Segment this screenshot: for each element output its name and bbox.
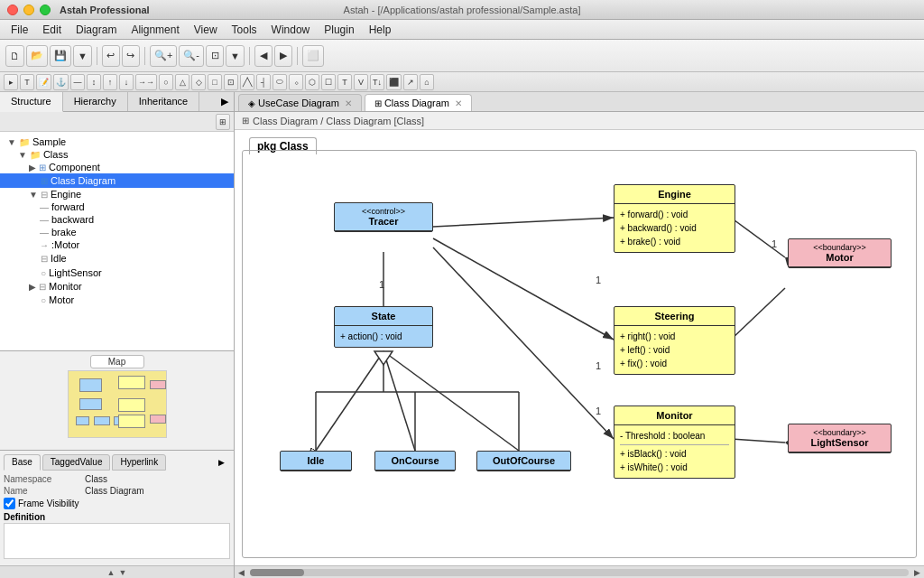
definition-textarea[interactable] [4,523,230,559]
menu-tools[interactable]: Tools [225,22,264,38]
new-button[interactable]: 🗋 [5,45,24,67]
tool14[interactable]: ┤ [256,74,271,90]
tree-item-class[interactable]: ▼ 📁 Class [0,148,234,161]
map-label[interactable]: Map [90,355,144,368]
tree-item-lightsensor[interactable]: ○ LightSensor [0,266,234,280]
tree-item-component[interactable]: ▶ ⊞ Component [0,161,234,173]
zoom-in-button[interactable]: 🔍+ [150,45,177,67]
tool9[interactable]: △ [175,74,189,90]
tab-structure[interactable]: Structure [0,92,63,112]
uml-state[interactable]: State + action() : void [334,306,433,348]
menu-plugin[interactable]: Plugin [317,22,361,38]
menu-help[interactable]: Help [362,22,399,38]
tool24[interactable]: ⌂ [420,74,434,90]
tree-item-monitor[interactable]: ▶ ⊟ Monitor [0,280,234,293]
tab-classdiagram-close[interactable]: ✕ [455,98,462,108]
menu-diagram[interactable]: Diagram [69,22,124,38]
zoom-fit-button[interactable]: ⊡ [206,45,224,67]
tool12[interactable]: ⊡ [224,74,238,90]
maximize-button[interactable] [40,5,51,15]
zoom-out-button[interactable]: 🔍- [179,45,204,67]
tree-item-engine[interactable]: ▼ ⊟ Engine [0,188,234,200]
tool6[interactable]: ↓ [119,74,134,90]
open-button[interactable]: 📂 [26,45,48,67]
uml-idle[interactable]: Idle [280,451,352,471]
undo-button[interactable]: ↩ [102,45,120,67]
uml-steering[interactable]: Steering + right() : void + left() : voi… [614,306,735,375]
tool11[interactable]: □ [208,74,222,90]
menu-window[interactable]: Window [264,22,318,38]
tree-item-motorref[interactable]: → :Motor [0,238,234,251]
tab-classdiagram-label: Class Diagram [384,98,449,108]
note-tool[interactable]: 📝 [36,74,51,90]
tab-hierarchy[interactable]: Hierarchy [63,92,128,111]
arrow-left[interactable]: ◀ [254,45,273,67]
tree-item-brake[interactable]: — brake [0,226,234,238]
menu-file[interactable]: File [4,22,35,38]
tool7[interactable]: →→ [135,74,157,90]
uml-oncourse[interactable]: OnCourse [374,451,456,471]
tab-arrow[interactable]: ▶ [216,92,234,111]
tool18[interactable]: ☐ [321,74,336,90]
tool21[interactable]: T↓ [370,74,384,90]
tool13[interactable]: ╱╲ [240,74,254,90]
uml-engine[interactable]: Engine + forward() : void + backward() :… [614,184,735,253]
prop-tab-arrow[interactable]: ▶ [213,454,230,471]
tool5[interactable]: ↑ [103,74,117,90]
uml-lightsensor[interactable]: <<boundary>> LightSensor [788,424,892,453]
save-as-button[interactable]: ▼ [73,45,92,67]
redo-button[interactable]: ↪ [122,45,140,67]
hscroll-right[interactable]: ▶ [912,568,922,577]
save-button[interactable]: 💾 [50,45,71,67]
minimize-button[interactable] [23,5,34,15]
select-tool[interactable]: ▸ [4,74,18,90]
tool16[interactable]: ⬦ [289,74,303,90]
scroll-up-arrow[interactable]: ▲ [106,568,117,577]
zoom-dropdown[interactable]: ▼ [226,45,245,67]
frame-visibility-checkbox[interactable] [4,498,15,509]
tab-usecase[interactable]: ◈ UseCase Diagram ✕ [238,94,362,111]
tool15[interactable]: ⬭ [273,74,287,90]
arrow-right[interactable]: ▶ [274,45,292,67]
tree-item-backward[interactable]: — backward [0,213,234,226]
tree-item-motor2[interactable]: ○ Motor [0,293,234,307]
uml-monitor[interactable]: Monitor - Threshold : boolean + isBlack(… [614,406,735,479]
close-button[interactable] [7,5,18,15]
scroll-down-arrow[interactable]: ▼ [117,568,129,577]
diagram-canvas[interactable]: pkg Class [235,130,924,565]
tree-item-sample[interactable]: ▼ 📁 Sample [0,135,234,148]
hscroll-left[interactable]: ◀ [236,568,246,577]
text-tool[interactable]: T [20,74,34,90]
menu-alignment[interactable]: Alignment [124,22,186,38]
tree-collapse-button[interactable]: ⊞ [216,114,230,130]
tool8[interactable]: ○ [159,74,173,90]
tab-inheritance[interactable]: Inheritance [128,92,199,111]
menu-view[interactable]: View [187,22,225,38]
uml-motor[interactable]: <<boundary>> Motor [788,238,892,268]
tree-area[interactable]: ▼ 📁 Sample ▼ 📁 Class ▶ ⊞ Component [0,132,234,350]
tab-usecase-close[interactable]: ✕ [345,98,352,108]
uml-outcourse[interactable]: OutOfCourse [476,451,571,471]
hscroll-thumb[interactable] [250,569,304,576]
diagram-scrollbar[interactable]: ◀ ▶ [235,565,924,578]
tool22[interactable]: ⬛ [386,74,402,90]
tool23[interactable]: ↗ [403,74,418,90]
tab-classdiagram[interactable]: ⊞ Class Diagram ✕ [365,94,472,111]
prop-tab-tagged[interactable]: TaggedValue [42,454,111,471]
prop-tab-base[interactable]: Base [4,454,41,471]
tool19[interactable]: T [337,74,352,90]
tool20[interactable]: V [354,74,368,90]
tool10[interactable]: ◇ [191,74,206,90]
menu-edit[interactable]: Edit [35,22,69,38]
tool3[interactable]: — [70,74,85,90]
hscroll-track[interactable] [250,569,909,576]
export-button[interactable]: ⬜ [302,45,324,67]
tree-item-forward[interactable]: — forward [0,200,234,213]
tree-item-idle[interactable]: ⊟ Idle [0,251,234,266]
tool4[interactable]: ↕ [87,74,101,90]
anchor-tool[interactable]: ⚓ [53,74,69,90]
prop-tab-hyperlink[interactable]: Hyperlink [112,454,166,471]
uml-tracer[interactable]: <<control>> Tracer [334,202,433,232]
tool17[interactable]: ⬡ [305,74,319,90]
tree-item-classdiagram[interactable]: ⊞ Class Diagram [0,173,234,188]
